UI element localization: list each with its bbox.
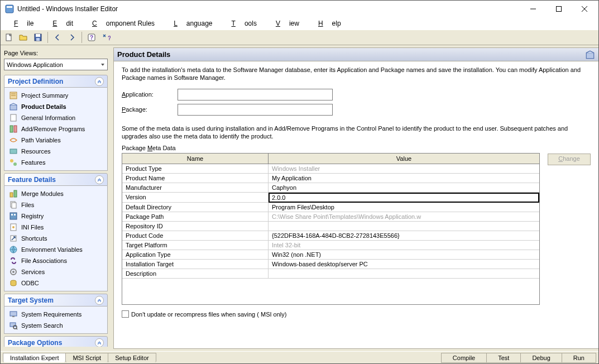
checkbox-row[interactable]: Don't update or recompress files when sa… — [122, 310, 591, 318]
minimize-button[interactable] — [520, 1, 546, 17]
section-target-system[interactable]: Target System — [4, 294, 108, 306]
tab-installation-expert[interactable]: Installation Expert — [3, 353, 66, 362]
grid-row[interactable]: Target PlatformIntel 32-bit — [122, 241, 539, 250]
application-input[interactable] — [178, 89, 333, 100]
meta-data-grid[interactable]: Name Value Product TypeWindows Installer… — [122, 153, 540, 305]
page-views-dropdown[interactable]: Windows Application — [4, 59, 108, 70]
section-body-project-definition: Project Summary Product Details General … — [4, 88, 108, 171]
grid-row[interactable]: ManufacturerCaphyon — [122, 183, 539, 193]
path-icon — [9, 136, 18, 145]
nav-product-details[interactable]: Product Details — [6, 101, 106, 112]
grid-row[interactable]: Product NameMy Application — [122, 174, 539, 183]
package-input[interactable] — [178, 104, 333, 116]
nav-registry[interactable]: Registry — [6, 210, 106, 222]
grid-row[interactable]: Installation TargetWindows-based desktop… — [122, 260, 539, 269]
menu-component-rules[interactable]: Component Rules — [83, 19, 164, 28]
tab-msi-script[interactable]: MSI Script — [65, 353, 108, 362]
run-button[interactable]: Run — [562, 353, 596, 363]
back-icon[interactable] — [51, 31, 64, 44]
svg-rect-20 — [10, 149, 17, 154]
svg-rect-27 — [10, 213, 17, 219]
svg-rect-28 — [11, 214, 13, 215]
maximize-button[interactable] — [546, 1, 572, 17]
svg-point-35 — [12, 271, 15, 273]
nav-sys-search[interactable]: System Search — [6, 320, 106, 331]
svg-rect-9 — [36, 38, 40, 41]
help2-icon[interactable]: ? — [100, 31, 112, 44]
compile-button[interactable]: Compile — [441, 353, 487, 363]
grid-row[interactable]: Repository ID — [122, 222, 539, 231]
nav-ini-files[interactable]: INI Files — [6, 222, 106, 233]
change-button[interactable]: Change — [548, 154, 591, 165]
debug-button[interactable]: Debug — [520, 353, 562, 363]
section-body-target-system: System Requirements System Search — [4, 306, 108, 334]
svg-rect-26 — [12, 203, 16, 208]
grid-row[interactable]: Product Code{522DFB34-168A-484D-8CB2-272… — [122, 231, 539, 241]
nav-features[interactable]: Features — [6, 157, 106, 168]
nav-odbc[interactable]: ODBC — [6, 277, 106, 289]
menu-tools[interactable]: Tools — [223, 19, 266, 28]
registry-icon — [9, 212, 18, 221]
grid-row[interactable]: Product TypeWindows Installer — [122, 164, 539, 174]
nav-file-assoc[interactable]: File Associations — [6, 255, 106, 266]
svg-rect-18 — [10, 126, 13, 132]
grid-header: Name Value — [122, 154, 539, 164]
toolbar-separator — [47, 32, 48, 43]
checkbox[interactable] — [122, 310, 129, 318]
menu-edit[interactable]: Edit — [44, 19, 82, 28]
chevron-up-icon — [95, 77, 104, 86]
svg-rect-39 — [10, 323, 16, 327]
chevron-up-icon — [95, 338, 104, 347]
nav-project-summary[interactable]: Project Summary — [6, 90, 106, 101]
product-icon — [9, 102, 18, 111]
open-icon[interactable] — [17, 31, 30, 44]
forward-icon[interactable] — [66, 31, 78, 44]
main-header: Product Details — [114, 48, 598, 61]
svg-rect-42 — [586, 52, 594, 58]
summary-icon — [9, 91, 18, 100]
menu-file[interactable]: File — [5, 19, 42, 28]
nav-shortcuts[interactable]: Shortcuts — [6, 233, 106, 244]
svg-rect-23 — [10, 193, 13, 197]
nav-merge-modules[interactable]: Merge Modules — [6, 188, 106, 199]
toolbar: ? ? — [1, 30, 598, 45]
help-icon[interactable]: ? — [85, 31, 98, 44]
nav-add-remove[interactable]: Add/Remove Programs — [6, 123, 106, 135]
svg-point-31 — [12, 226, 15, 228]
merge-icon — [9, 189, 18, 198]
chevron-up-icon — [95, 296, 104, 305]
files-icon — [9, 200, 18, 209]
section-package-options[interactable]: Package Options — [4, 336, 108, 347]
svg-line-41 — [16, 328, 17, 329]
svg-rect-24 — [14, 190, 17, 197]
grid-row[interactable]: Package PathC:\Wise Share Point\Template… — [122, 212, 539, 222]
nav-env-variables[interactable]: Environment Variables — [6, 244, 106, 255]
nav-general-information[interactable]: General Information — [6, 112, 106, 123]
tab-setup-editor[interactable]: Setup Editor — [108, 353, 156, 362]
grid-row[interactable]: Version — [122, 193, 539, 203]
version-cell-editing — [269, 193, 539, 203]
svg-point-22 — [13, 162, 17, 166]
menu-help[interactable]: Help — [309, 19, 350, 28]
save-icon[interactable] — [32, 31, 44, 44]
grid-row[interactable]: Description — [122, 269, 539, 279]
menu-language[interactable]: Language — [165, 19, 221, 28]
nav-sys-req[interactable]: System Requirements — [6, 309, 106, 320]
test-button[interactable]: Test — [486, 353, 521, 363]
svg-rect-38 — [12, 316, 15, 317]
nav-path-variables[interactable]: Path Variables — [6, 135, 106, 146]
chevron-down-icon — [100, 63, 105, 67]
new-icon[interactable] — [3, 31, 15, 44]
grid-blank — [122, 279, 539, 304]
version-input[interactable] — [270, 194, 538, 202]
nav-services[interactable]: Services — [6, 266, 106, 277]
section-feature-details[interactable]: Feature Details — [4, 173, 108, 186]
section-project-definition[interactable]: Project Definition — [4, 75, 108, 88]
menu-view[interactable]: View — [267, 19, 308, 28]
nav-files[interactable]: Files — [6, 199, 106, 210]
chevron-up-icon — [95, 175, 104, 184]
close-button[interactable] — [572, 1, 597, 17]
grid-row[interactable]: Application TypeWin32 (non .NET) — [122, 250, 539, 260]
grid-row[interactable]: Default DirectoryProgram Files\Desktop — [122, 203, 539, 212]
nav-resources[interactable]: Resources — [6, 146, 106, 157]
